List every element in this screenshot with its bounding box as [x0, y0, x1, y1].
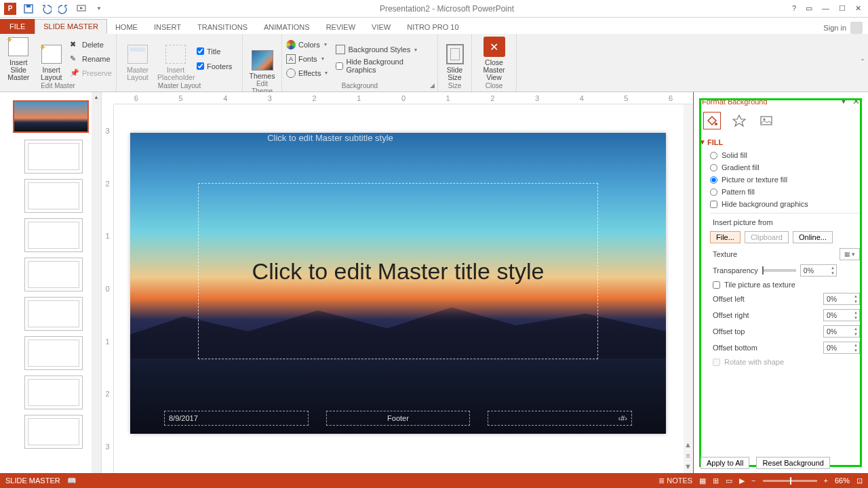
group-edit-theme: Themes Edit Theme — [243, 34, 282, 92]
tab-insert[interactable]: INSERT — [146, 20, 189, 34]
colors-button[interactable]: Colors▾ — [286, 39, 328, 51]
delete-icon: ✖ — [70, 40, 79, 49]
canvas-scrollbar[interactable] — [684, 104, 693, 473]
pattern-fill-radio[interactable]: Pattern fill — [701, 186, 861, 198]
layout-thumbnail-1[interactable] — [24, 140, 83, 174]
slide-sorter-view-icon[interactable]: ⊞ — [713, 476, 719, 485]
footer-placeholder[interactable]: Footer — [326, 411, 471, 426]
texture-dropdown[interactable]: ▦ ▾ — [840, 248, 860, 260]
redo-icon[interactable] — [58, 3, 69, 14]
offset-right-row: Offset right0% — [701, 307, 861, 323]
undo-icon[interactable] — [41, 3, 52, 14]
slide-number-placeholder[interactable]: ‹#› — [488, 411, 632, 426]
group-master-layout: Master Layout Insert Placeholder Title F… — [117, 34, 243, 92]
transparency-slider[interactable] — [762, 269, 796, 272]
slide[interactable]: Click to edit Master title style Click t… — [130, 133, 666, 434]
next-slide-icon[interactable]: ▼ — [684, 462, 692, 470]
layout-thumbnail-2[interactable] — [24, 179, 83, 213]
group-close: ✕ Close Master View Close — [472, 34, 517, 92]
minimize-icon[interactable]: — — [822, 4, 829, 13]
hide-bg-graphics-checkbox[interactable]: Hide Background Graphics — [336, 58, 433, 74]
zoom-level[interactable]: 66% — [835, 476, 850, 485]
offset-right-spinner[interactable]: 0% — [823, 309, 860, 321]
tab-view[interactable]: VIEW — [363, 20, 399, 34]
preserve-button[interactable]: 📌Preserve — [70, 67, 112, 79]
fonts-button[interactable]: AFonts▾ — [286, 53, 328, 65]
close-window-icon[interactable]: ✕ — [855, 4, 861, 13]
save-icon[interactable] — [23, 3, 34, 14]
close-master-view-button[interactable]: ✕ Close Master View — [476, 37, 512, 81]
insert-slide-master-button[interactable]: Insert Slide Master — [4, 37, 33, 81]
layout-thumbnail-8[interactable] — [24, 415, 83, 449]
file-button[interactable]: File... — [710, 231, 741, 243]
maximize-icon[interactable]: ☐ — [839, 4, 846, 13]
tab-animations[interactable]: ANIMATIONS — [256, 20, 318, 34]
picture-tab-icon[interactable] — [757, 112, 775, 129]
zoom-in-icon[interactable]: + — [824, 476, 828, 485]
scroll-up-icon[interactable]: ▲ — [92, 92, 101, 102]
tile-checkbox[interactable]: Tile picture as texture — [701, 279, 861, 291]
offset-bottom-spinner[interactable]: 0% — [823, 342, 860, 354]
layout-thumbnail-7[interactable] — [24, 375, 83, 409]
footers-checkbox[interactable]: Footers — [197, 62, 232, 70]
hide-bg-checkbox[interactable]: Hide background graphics — [701, 198, 861, 210]
panel-options-dropdown-icon[interactable]: ▼ — [840, 98, 847, 105]
subtitle-placeholder[interactable]: Click to edit Master subtitle style — [130, 133, 530, 153]
effects-button[interactable]: Effects▾ — [286, 67, 328, 79]
fill-section-header[interactable]: ▾FILL — [701, 135, 861, 149]
rename-button[interactable]: ✎Rename — [70, 53, 112, 65]
picture-fill-radio[interactable]: Picture or texture fill — [701, 174, 861, 186]
qat-customize-dropdown-icon[interactable]: ▼ — [94, 3, 104, 14]
ribbon-display-options-icon[interactable]: ▭ — [806, 4, 812, 13]
collapse-ribbon-icon[interactable]: ˆ — [861, 58, 864, 68]
title-bar: P ▼ Presentation2 - Microsoft PowerPoint… — [0, 0, 868, 18]
master-slide-thumbnail[interactable] — [13, 100, 89, 133]
delete-button[interactable]: ✖Delete — [70, 39, 112, 51]
title-placeholder[interactable]: Click to edit Master title style — [198, 183, 598, 359]
online-button[interactable]: Online... — [793, 231, 833, 243]
tab-transitions[interactable]: TRANSITIONS — [189, 20, 256, 34]
background-styles-button[interactable]: Background Styles▾ — [336, 43, 433, 56]
reset-background-button[interactable]: Reset Background — [756, 457, 830, 469]
layout-thumbnail-5[interactable] — [24, 297, 83, 331]
fit-to-window-icon[interactable]: ⊡ — [856, 476, 863, 485]
zoom-out-icon[interactable]: − — [751, 476, 755, 485]
themes-button[interactable]: Themes — [247, 35, 277, 80]
zoom-slider[interactable] — [763, 480, 817, 482]
apply-to-all-button[interactable]: Apply to All — [701, 457, 749, 469]
help-icon[interactable]: ? — [792, 4, 796, 13]
slide-size-button[interactable]: Slide Size — [442, 37, 467, 81]
offset-left-spinner[interactable]: 0% — [823, 293, 860, 305]
thumbnail-panel[interactable]: ▲ — [0, 92, 102, 473]
tab-home[interactable]: HOME — [107, 20, 146, 34]
offset-top-spinner[interactable]: 0% — [823, 325, 860, 338]
thumbnail-scrollbar[interactable]: ▲ — [92, 92, 101, 473]
tab-file[interactable]: FILE — [0, 19, 35, 34]
title-checkbox[interactable]: Title — [197, 47, 232, 56]
tab-review[interactable]: REVIEW — [318, 20, 363, 34]
slideshow-view-icon[interactable]: ▶ — [739, 476, 745, 485]
insert-placeholder-button[interactable]: Insert Placeholder — [159, 37, 193, 81]
master-layout-button[interactable]: Master Layout — [121, 37, 155, 81]
tab-nitro-pro[interactable]: NITRO PRO 10 — [399, 20, 467, 34]
spellcheck-icon[interactable]: 📖 — [67, 476, 77, 485]
sign-in[interactable]: Sign in — [823, 22, 863, 34]
layout-thumbnail-3[interactable] — [24, 218, 83, 252]
layout-thumbnail-6[interactable] — [24, 336, 83, 370]
transparency-spinner[interactable]: 0% — [800, 264, 837, 277]
effects-tab-icon[interactable] — [730, 112, 748, 129]
start-slideshow-icon[interactable] — [76, 3, 87, 14]
prev-slide-icon[interactable]: ▲ — [684, 441, 692, 449]
date-placeholder[interactable]: 8/9/2017 — [164, 411, 309, 426]
layout-thumbnail-4[interactable] — [24, 258, 83, 291]
tab-slide-master[interactable]: SLIDE MASTER — [35, 19, 107, 34]
panel-close-icon[interactable]: ✕ — [852, 96, 860, 106]
normal-view-icon[interactable]: ▦ — [699, 476, 706, 485]
gradient-fill-radio[interactable]: Gradient fill — [701, 161, 861, 174]
fill-tab-icon[interactable] — [703, 112, 721, 129]
notes-button[interactable]: ≣ NOTES — [658, 476, 692, 485]
insert-layout-button[interactable]: Insert Layout — [37, 37, 65, 81]
solid-fill-radio[interactable]: Solid fill — [701, 149, 861, 161]
background-dialog-launcher-icon[interactable]: ◢ — [428, 82, 436, 90]
reading-view-icon[interactable]: ▭ — [726, 476, 732, 485]
